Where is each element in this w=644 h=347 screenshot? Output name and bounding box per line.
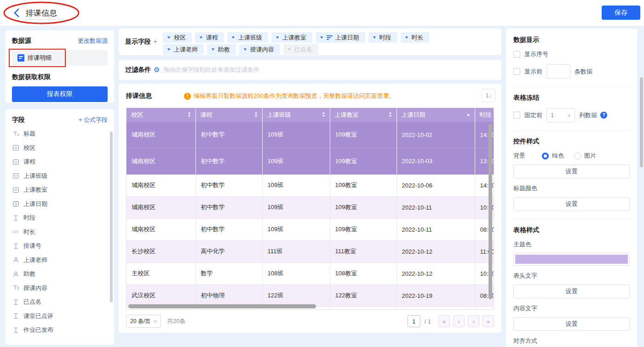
field-item[interactable]: 课程 [12,155,108,169]
page-number-input[interactable] [408,315,420,327]
field-item[interactable]: 校区 [12,141,108,155]
column-header[interactable]: 上课教室▲▼ [330,108,397,122]
field-item[interactable]: 123时长 [12,225,108,239]
display-fields-label: 显示字段+ [125,37,157,46]
chevron-down-icon[interactable]: ▼ [167,35,171,40]
title-color-set-button[interactable]: 设置 [513,197,630,211]
display-field-chip[interactable]: ▼上课班级 [227,32,268,43]
table-header-row: 校区▲▼课程▲▼上课班级▲▼上课教室▲▼上课日期▲时段 [126,108,494,122]
table-row[interactable]: 主校区数学108班108教室2022-10-1210:00-1 [126,262,494,284]
display-field-chip[interactable]: ▼授课内容 [239,44,280,55]
filter-placeholder: 拖动左侧字段到此处来添加过滤条件 [163,66,259,74]
field-item[interactable]: 上课日期 [12,197,108,211]
display-field-chip[interactable]: ▼时长 [401,32,430,43]
cols-suffix-label: 列数据 [579,111,597,119]
back-icon[interactable] [13,7,20,18]
column-header[interactable]: 时段 [475,108,494,122]
header-text-set-button[interactable]: 设置 [513,284,630,298]
display-field-chip[interactable]: ▼上课老师 [163,44,204,55]
field-item[interactable]: 上课老师 [12,253,108,267]
sort-ascending-icon[interactable]: ▲ [466,112,471,117]
display-field-chip[interactable]: ▼助教 [207,44,236,55]
field-item[interactable]: 课堂已点评 [12,309,108,324]
field-item[interactable]: 作业已发布 [12,323,108,337]
chevron-down-icon[interactable]: ▼ [287,47,292,51]
freeze-checkbox[interactable] [513,112,520,119]
table-row[interactable]: 武汉校区初中物理122班122教室2022-10-1908:00-0 [126,284,494,307]
image-radio[interactable] [574,153,581,159]
sort-updown-icon[interactable]: ▲▼ [188,111,191,118]
table-cell: 2022-10-02 [397,122,475,148]
first-page-button[interactable]: « [438,315,450,327]
display-field-chip[interactable]: ▼课程 [195,32,224,43]
chip-label: 时长 [411,34,423,42]
report-permission-button[interactable]: 报表权限 [12,86,108,102]
field-item[interactable]: 排课号 [12,239,108,253]
next-page-button[interactable]: › [468,315,479,327]
display-field-chip[interactable]: ▼上课日期 [316,32,365,43]
last-page-button[interactable]: » [483,315,494,327]
show-index-checkbox[interactable] [513,51,520,58]
theme-color-swatch[interactable] [513,253,630,266]
sort-updown-icon[interactable]: ▲▼ [322,111,326,118]
show-first-label: 显示前 [524,68,542,76]
content-text-set-button[interactable]: 设置 [513,317,630,331]
chevron-down-icon[interactable]: ▼ [319,35,323,40]
document-icon [17,54,24,62]
datasource-item[interactable]: 排课明细 [12,50,108,66]
chevron-down-icon[interactable]: ▼ [372,35,376,40]
select-icon [12,186,19,193]
table-row[interactable]: 长沙校区高中化学111班111教室2022-10-1211:00-1 [126,240,494,262]
field-item[interactable]: 时段 [12,211,108,225]
data-display-heading: 数据显示 [513,36,630,44]
field-item[interactable]: 标题 [12,127,108,141]
help-icon[interactable]: ? [600,112,607,119]
table-row[interactable]: 城南校区初中数学109班109教室2022-10-0214:00-1 [126,122,494,148]
gear-icon[interactable]: ⚙ [154,66,160,74]
chevron-down-icon[interactable]: ▼ [231,35,236,40]
add-formula-field-link[interactable]: + 公式字段 [79,116,108,124]
table-horizontal-scrollbar[interactable] [128,304,316,308]
chevron-down-icon[interactable]: ▼ [404,35,408,40]
sort-updown-icon[interactable]: ▲▼ [254,111,258,118]
field-item[interactable]: 已点名 [12,295,108,309]
sort-updown-icon[interactable]: ▲▼ [389,111,392,118]
fields-scrollbar[interactable] [110,131,113,302]
chevron-down-icon[interactable]: ▼ [167,47,171,51]
field-item[interactable]: 上课教室 [12,183,108,197]
table-row[interactable]: 城南校区初中数学109班109教室2022-10-0614:00-1 [126,174,494,196]
table-row[interactable]: 城南校区初中数学109班109教室2022-10-1108:00-0 [126,218,494,240]
column-header[interactable]: 上课班级▲▼ [262,108,330,122]
display-field-chip[interactable]: ▼校区 [163,32,192,43]
table-vertical-scrollbar[interactable] [489,124,492,299]
field-item[interactable]: 助教 [12,267,108,281]
filter-panel[interactable]: 过滤条件 ⚙ 拖动左侧字段到此处来添加过滤条件 [119,60,501,80]
row-limit-input[interactable] [546,64,570,79]
field-item[interactable]: 上课班级 [12,169,108,183]
page-size-select[interactable]: 20 条/页 ∨ [126,315,161,328]
change-datasource-link[interactable]: 更改数据源 [78,37,108,45]
add-display-field-button[interactable]: + [153,37,157,45]
solid-color-radio[interactable] [542,153,549,159]
background-set-button[interactable]: 设置 [513,165,630,178]
column-header[interactable]: 课程▲▼ [196,108,262,122]
table-row[interactable]: 城南校区初中数学109班109教室2022-10-1110:00-1 [126,196,494,218]
show-first-checkbox[interactable] [513,68,520,75]
chevron-down-icon[interactable]: ▼ [199,35,203,40]
field-item[interactable]: 授课内容 [12,281,108,296]
chevron-down-icon[interactable]: ▼ [275,35,280,40]
prev-page-button[interactable]: ‹ [453,315,465,327]
freeze-cols-select[interactable]: 1 ∨ [546,108,575,122]
chevron-down-icon[interactable]: ▼ [211,47,215,51]
display-field-chip[interactable]: ▼时段 [368,32,397,43]
column-header[interactable]: 校区▲▼ [126,108,196,122]
chevron-down-icon[interactable]: ▼ [243,47,247,51]
table-row[interactable]: 城南校区初中数学109班109教室2022-10-0313:00-1 [126,148,494,174]
display-field-chip[interactable]: ▼已点名 [283,44,318,55]
table-cell: 初中数学 [196,148,262,174]
column-header[interactable]: 上课日期▲ [397,108,475,122]
sort-order-icon[interactable]: 1↓ [482,89,495,102]
window-scrollbar[interactable] [640,77,643,167]
save-button[interactable]: 保存 [602,6,640,20]
display-field-chip[interactable]: ▼上课教室 [271,32,312,43]
